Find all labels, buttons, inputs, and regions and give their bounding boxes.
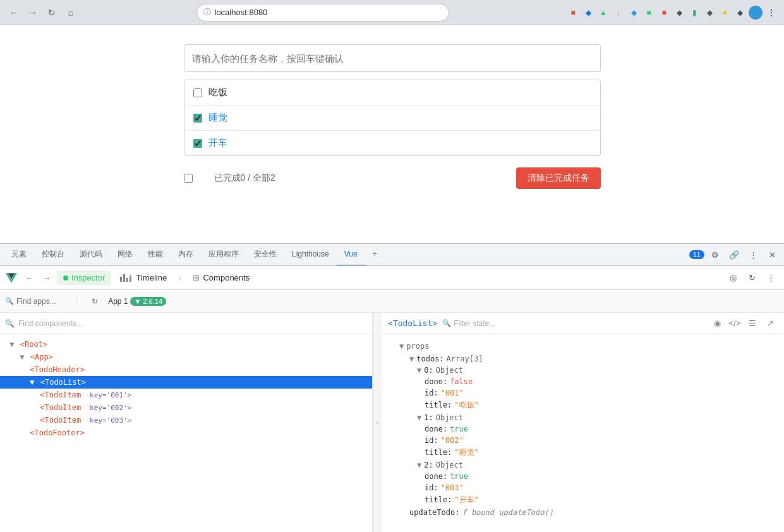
inspector-tab[interactable]: Inspector — [57, 270, 111, 285]
tree-item-todo-footer[interactable]: <TodoFooter> — [0, 426, 372, 439]
item2-done-row: done: true — [382, 471, 784, 482]
ext-icon-2[interactable]: ◆ — [582, 6, 594, 19]
tab-performance[interactable]: 性能 — [140, 244, 171, 266]
item2-done-key: done: — [425, 472, 447, 481]
vue-forward-btn[interactable]: → — [39, 270, 54, 286]
tree-item-app[interactable]: ▼ <App> — [0, 351, 372, 363]
todo-text-3: 开车 — [208, 137, 227, 149]
item1-done-key: done: — [425, 425, 447, 433]
props-inspector-panel: <TodoList> 🔍 ◉ </> ☰ ↗ ▼ props — [382, 313, 784, 532]
ext-icon-3[interactable]: ▲ — [597, 6, 610, 19]
item1-id-row: id: "002" — [382, 435, 784, 446]
tab-elements[interactable]: 元素 — [4, 244, 34, 266]
component-search-bar: 🔍 — [0, 313, 372, 334]
todo-checkbox-2[interactable] — [193, 114, 202, 123]
find-components-input[interactable] — [18, 319, 367, 328]
tree-item-todo-item-3[interactable]: <TodoItem key='003'> — [0, 414, 372, 426]
list-icon[interactable]: ☰ — [745, 316, 760, 331]
item2-title-row: title: "开车" — [382, 493, 784, 507]
tree-item-todo-item-2[interactable]: <TodoItem key='002'> — [0, 401, 372, 414]
code-icon[interactable]: </> — [727, 316, 742, 331]
components-tab[interactable]: ⊞ Components — [186, 270, 256, 285]
item1-done-val: true — [450, 425, 468, 433]
inspect-icon[interactable]: ◉ — [709, 316, 725, 331]
app-version: ▼ 2.6.14 — [130, 297, 166, 306]
tab-lighthouse[interactable]: Lighthouse — [284, 244, 337, 266]
ext-icon-5[interactable]: ◆ — [627, 6, 640, 19]
find-apps-input[interactable] — [16, 297, 67, 306]
vue-back-btn[interactable]: ← — [21, 270, 37, 286]
item2-collapse[interactable]: ▼ — [417, 461, 421, 469]
address-bar[interactable]: ⓘ localhost:8080 — [196, 4, 449, 21]
footer-checkbox[interactable] — [184, 174, 193, 183]
clear-completed-button[interactable]: 清除已完成任务 — [516, 167, 601, 189]
item0-title-row: title: "吃饭" — [382, 399, 784, 412]
vue-logo — [5, 272, 18, 284]
ext-icon-12[interactable]: ◆ — [733, 6, 746, 19]
item0-collapse[interactable]: ▼ — [417, 366, 421, 375]
close-devtools-btn[interactable]: ✕ — [764, 246, 780, 263]
more-devtools-btn[interactable]: ⋮ — [745, 246, 761, 263]
back-button[interactable]: ← — [6, 5, 21, 20]
ext-icon-11[interactable]: ★ — [718, 6, 731, 19]
reload-button[interactable]: ↻ — [44, 5, 59, 20]
todo-checkbox-1[interactable] — [193, 88, 202, 97]
more-button[interactable]: ⋮ — [765, 6, 778, 19]
devtools-main: 🔍 ▼ <Root> ▼ <App> < — [0, 313, 784, 532]
tab-vue[interactable]: Vue — [337, 244, 365, 266]
props-label: props — [406, 342, 429, 351]
forward-button[interactable]: → — [25, 5, 40, 20]
todo-item-3-tag: <TodoItem — [40, 416, 81, 425]
tab-network[interactable]: 网络 — [110, 244, 140, 266]
refresh-icon[interactable]: ↻ — [744, 270, 760, 286]
tree-item-todo-item-1[interactable]: <TodoItem key='001'> — [0, 389, 372, 401]
todo-input[interactable] — [192, 53, 593, 64]
ext-icon-10[interactable]: ◆ — [703, 6, 716, 19]
tab-memory[interactable]: 内存 — [171, 244, 201, 266]
todo-text-2: 睡觉 — [208, 112, 227, 124]
menu-icon[interactable]: ⋮ — [763, 270, 779, 286]
url-text: localhost:8080 — [215, 8, 268, 17]
todo-checkbox-3[interactable] — [193, 139, 202, 148]
todo-input-wrapper[interactable] — [184, 44, 601, 72]
item1-collapse[interactable]: ▼ — [417, 413, 421, 422]
tree-item-root[interactable]: ▼ <Root> — [0, 338, 372, 351]
todo-header-tag: <TodoHeader> — [30, 365, 85, 374]
tab-security[interactable]: 安全性 — [246, 244, 284, 266]
open-icon[interactable]: ↗ — [763, 316, 778, 331]
tab-add[interactable]: + — [365, 244, 385, 266]
find-apps-search: 🔍 — [5, 297, 67, 306]
filter-state-input[interactable] — [454, 319, 704, 328]
collapse-handle[interactable]: ‹ — [373, 313, 382, 532]
app-1-item[interactable]: App 1 ▼ 2.6.14 — [108, 297, 166, 306]
components-label: Components — [203, 273, 250, 282]
tree-item-todo-header[interactable]: <TodoHeader> — [0, 363, 372, 376]
tab-console[interactable]: 控制台 — [34, 244, 72, 266]
ext-icon-7[interactable]: ■ — [658, 6, 670, 19]
target-icon[interactable]: ◎ — [725, 270, 741, 286]
refresh-app-btn[interactable]: ↻ — [87, 293, 103, 310]
todo-item-1: 吃饭 — [184, 80, 600, 106]
tree-item-todo-list[interactable]: ▼ <TodoList> — [0, 376, 372, 389]
ext-icon-1[interactable]: ■ — [567, 6, 579, 19]
ext-icon-9[interactable]: ▮ — [688, 6, 701, 19]
tab-sources[interactable]: 源代码 — [72, 244, 110, 266]
todos-collapse[interactable]: ▼ — [409, 354, 414, 363]
item1-id-val: "002" — [441, 436, 464, 445]
ext-icon-4[interactable]: ↓ — [612, 6, 625, 19]
timeline-tab[interactable]: Timeline — [114, 270, 173, 285]
item2-done-val: true — [450, 472, 468, 481]
todo-item-3: 开车 — [184, 131, 600, 155]
settings-icon[interactable]: ⚙ — [707, 246, 723, 263]
tab-application[interactable]: 应用程序 — [201, 244, 246, 266]
props-arrow: ▼ — [399, 342, 404, 351]
item0-type: Object — [436, 366, 463, 375]
home-button[interactable]: ⌂ — [63, 5, 78, 20]
todos-row: ▼ todos: Array[3] — [382, 353, 784, 365]
update-todo-key: updateTodo: — [409, 508, 459, 517]
profile-icon[interactable] — [749, 6, 763, 20]
ext-icon-8[interactable]: ◆ — [673, 6, 685, 19]
filter-icon: 🔍 — [442, 319, 451, 327]
ext-icon-6[interactable]: ■ — [642, 6, 655, 19]
share-icon[interactable]: 🔗 — [726, 246, 742, 263]
